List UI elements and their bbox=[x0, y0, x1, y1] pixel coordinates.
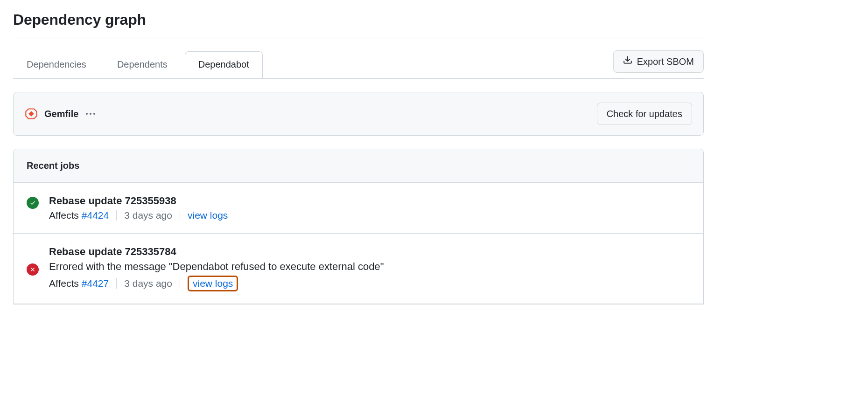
job-row: Rebase update 725355938 Affects #4424 3 … bbox=[14, 183, 703, 234]
job-time: 3 days ago bbox=[124, 278, 172, 289]
manifest-name[interactable]: Gemfile bbox=[44, 109, 78, 119]
issue-link[interactable]: #4424 bbox=[82, 210, 109, 221]
affects-label: Affects bbox=[49, 278, 79, 289]
x-circle-icon bbox=[27, 263, 39, 276]
job-time: 3 days ago bbox=[124, 210, 172, 221]
tab-dependencies[interactable]: Dependencies bbox=[13, 51, 100, 78]
divider bbox=[13, 37, 704, 37]
recent-jobs-card: Recent jobs Rebase update 725355938 Affe… bbox=[13, 149, 704, 304]
recent-jobs-header: Recent jobs bbox=[14, 149, 703, 183]
affects-label: Affects bbox=[49, 210, 79, 221]
kebab-icon[interactable] bbox=[86, 113, 95, 115]
issue-link[interactable]: #4427 bbox=[82, 278, 109, 289]
job-title: Rebase update 725335784 bbox=[49, 246, 690, 258]
check-circle-icon bbox=[27, 197, 39, 209]
check-for-updates-label: Check for updates bbox=[607, 108, 682, 120]
tab-dependabot[interactable]: Dependabot bbox=[185, 51, 263, 78]
check-for-updates-button[interactable]: Check for updates bbox=[597, 103, 692, 125]
job-error-message: Errored with the message "Dependabot ref… bbox=[49, 261, 690, 273]
download-icon bbox=[623, 55, 632, 68]
job-row: Rebase update 725335784 Errored with the… bbox=[14, 234, 703, 304]
view-logs-link[interactable]: view logs bbox=[188, 210, 228, 221]
manifest-card: Gemfile Check for updates bbox=[13, 92, 704, 136]
tab-dependents[interactable]: Dependents bbox=[104, 51, 181, 78]
view-logs-link[interactable]: view logs bbox=[193, 278, 233, 289]
export-sbom-button[interactable]: Export SBOM bbox=[613, 50, 704, 73]
highlight-box: view logs bbox=[188, 276, 238, 291]
job-title: Rebase update 725355938 bbox=[49, 195, 690, 207]
ruby-gem-icon bbox=[25, 107, 38, 120]
export-sbom-label: Export SBOM bbox=[637, 55, 694, 68]
tabs-row: Dependencies Dependents Dependabot Expor… bbox=[13, 50, 704, 79]
page-title: Dependency graph bbox=[13, 11, 704, 28]
